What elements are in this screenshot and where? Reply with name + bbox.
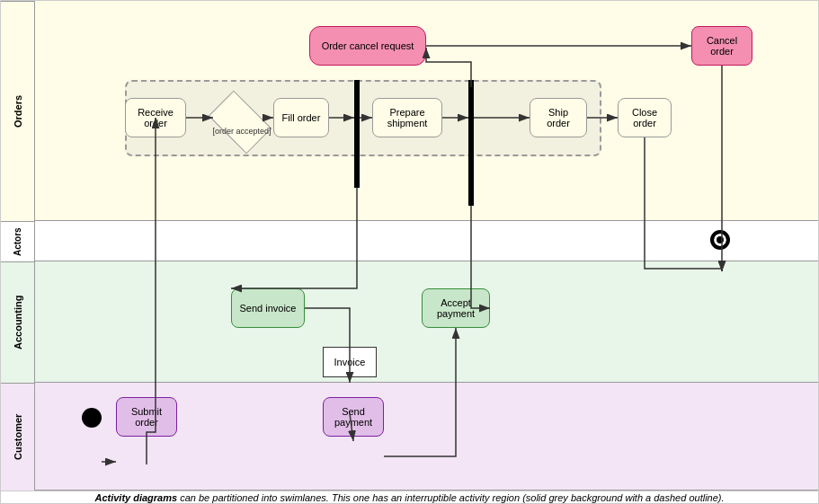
submit-order-node: Submit order bbox=[116, 397, 177, 437]
swimlane-accounting: Send invoice Accept payment Invoice bbox=[35, 261, 818, 383]
sync-bar-2 bbox=[468, 80, 474, 206]
caption: Activity diagrams can be partitioned int… bbox=[1, 491, 818, 503]
caption-text: Activity diagrams can be partitioned int… bbox=[94, 492, 724, 503]
end-circle bbox=[710, 230, 730, 250]
lane-label-orders: Orders bbox=[1, 1, 34, 221]
lane-label-actors: Actors bbox=[1, 221, 34, 261]
lane-label-accounting: Accounting bbox=[1, 261, 34, 383]
send-payment-node: Send payment bbox=[323, 397, 384, 437]
swimlane-labels: Orders Actors Accounting Customer bbox=[1, 1, 35, 491]
close-order-node: Close order bbox=[618, 98, 672, 137]
cancel-order-node: Cancel order bbox=[691, 26, 752, 66]
diagram-content: Receive order [order accepted] Fill orde… bbox=[35, 1, 818, 491]
diagram-container: Orders Actors Accounting Customer bbox=[0, 0, 819, 504]
send-invoice-node: Send invoice bbox=[231, 288, 305, 328]
receive-order-node: Receive order bbox=[125, 98, 186, 137]
sync-bar-1 bbox=[354, 80, 360, 188]
prepare-shipment-node: Prepare shipment bbox=[372, 98, 442, 137]
ship-order-node: Ship order bbox=[530, 98, 587, 137]
swimlane-orders: Receive order [order accepted] Fill orde… bbox=[35, 1, 818, 221]
main-area: Orders Actors Accounting Customer bbox=[1, 1, 818, 491]
order-cancel-request-node: Order cancel request bbox=[309, 26, 426, 66]
invoice-node: Invoice bbox=[323, 347, 377, 377]
lane-label-customer: Customer bbox=[1, 383, 34, 491]
fill-order-node: Fill order bbox=[273, 98, 329, 137]
swimlanes: Receive order [order accepted] Fill orde… bbox=[35, 1, 818, 491]
start-circle bbox=[82, 408, 102, 428]
swimlane-actors bbox=[35, 221, 818, 261]
swimlane-customer: Submit order Send payment bbox=[35, 383, 818, 491]
accept-payment-node: Accept payment bbox=[422, 288, 490, 328]
order-accepted-label: [order accepted] bbox=[201, 127, 282, 136]
